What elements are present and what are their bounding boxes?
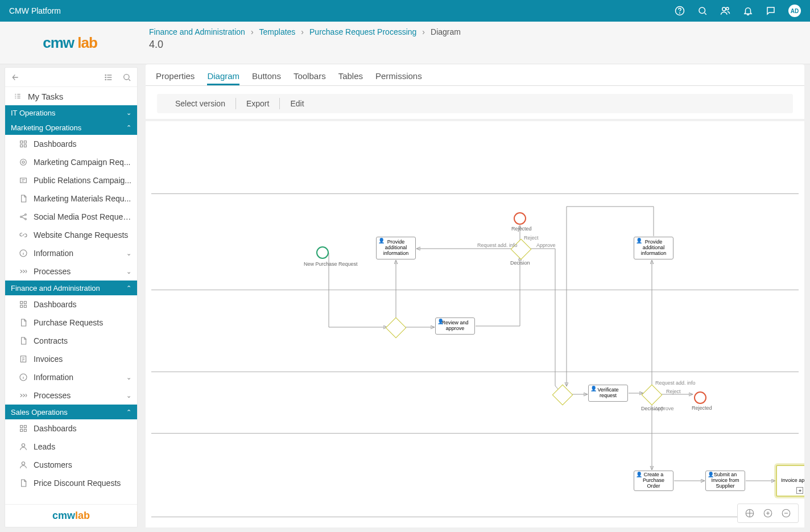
nav-item-leads[interactable]: Leads: [5, 438, 137, 456]
nav-item-website-change-requests[interactable]: Website Change Requests: [5, 226, 137, 244]
task-label: Create a Purchase Order: [638, 472, 670, 489]
nav-section-sales-operations[interactable]: Sales Operations⌃: [5, 405, 137, 419]
svg-rect-11: [20, 145, 23, 147]
doc-icon: [19, 336, 28, 345]
user-task-icon: 👤: [636, 238, 642, 244]
user-task-icon: 👤: [437, 319, 444, 325]
breadcrumb-item[interactable]: Finance and Administration: [149, 27, 245, 36]
nav-item-label: Contracts: [34, 336, 68, 345]
task-node[interactable]: 👤Review and approve: [435, 317, 475, 335]
nav-item-processes[interactable]: Processes⌄: [5, 262, 137, 281]
tab-tables[interactable]: Tables: [338, 71, 363, 85]
tab-toolbars[interactable]: Toolbars: [294, 71, 326, 85]
svg-rect-15: [20, 178, 27, 183]
tab-properties[interactable]: Properties: [156, 71, 195, 85]
user-icon: [19, 460, 28, 469]
gateway[interactable]: [642, 385, 663, 406]
diagram-toolbar: Select version Export Edit: [157, 94, 793, 113]
tab-bar: PropertiesDiagramButtonsToolbarsTablesPe…: [146, 64, 804, 86]
svg-point-30: [22, 444, 24, 447]
nav-item-information[interactable]: Information⌄: [5, 368, 137, 386]
svg-point-5: [105, 75, 106, 75]
nav-item-processes[interactable]: Processes⌄: [5, 386, 137, 405]
users-icon[interactable]: [720, 6, 730, 16]
fit-icon[interactable]: [745, 508, 755, 518]
task-node[interactable]: 👤Create a Purchase Order: [634, 471, 673, 491]
task-node[interactable]: 👤Submit an Invoice from Supplier: [705, 471, 745, 491]
nav-item-information[interactable]: Information⌄: [5, 244, 137, 262]
svg-point-14: [22, 161, 24, 163]
nav-item-label: Purchase Requests: [34, 318, 103, 327]
task-label: Verificate request: [592, 387, 624, 399]
list-icon[interactable]: [104, 73, 113, 82]
nav-item-social-media-post-requests[interactable]: Social Media Post Requests: [5, 208, 137, 226]
collapse-icon[interactable]: [11, 73, 20, 82]
edge-label: Request add. info: [477, 242, 518, 248]
zoom-in-icon[interactable]: [763, 508, 773, 518]
nav-item-purchase-requests[interactable]: Purchase Requests: [5, 314, 137, 332]
zoom-controls: [737, 504, 799, 523]
breadcrumb-item[interactable]: Templates: [259, 27, 296, 36]
header: cmw lab Finance and Administration› Temp…: [0, 22, 810, 64]
end-event[interactable]: [514, 212, 526, 225]
nav-item-price-discount-requests[interactable]: Price Discount Requests: [5, 474, 137, 492]
nav-item-marketing-materials-requ-[interactable]: Marketing Materials Requ...: [5, 189, 137, 208]
chevron-up-icon: ⌃: [126, 409, 131, 416]
sidebar-search-icon[interactable]: [122, 73, 131, 82]
svg-rect-12: [24, 145, 26, 147]
nav-item-marketing-campaign-req-[interactable]: Marketing Campaign Req...: [5, 153, 137, 171]
edit-button[interactable]: Edit: [280, 99, 314, 108]
svg-rect-22: [20, 305, 23, 307]
nav-section-marketing-operations[interactable]: Marketing Operations⌃: [5, 120, 137, 135]
gateway[interactable]: [552, 385, 573, 406]
nav-section-finance-and-administration[interactable]: Finance and Administration⌃: [5, 281, 137, 295]
nav-item-invoices[interactable]: Invoices: [5, 350, 137, 368]
task-node[interactable]: 👤Provide additional information: [376, 237, 416, 259]
info-icon: [19, 249, 28, 258]
svg-rect-9: [20, 141, 23, 143]
task-node[interactable]: 👤Verificate request: [588, 385, 628, 402]
task-label: Provide additional information: [638, 240, 670, 257]
start-event-label: New Purchase Request: [304, 261, 358, 267]
logo[interactable]: cmw lab: [0, 22, 140, 64]
svg-point-6: [105, 77, 106, 77]
diagram-canvas[interactable]: New Purchase RequestRejectedRejectedDeci…: [146, 121, 804, 527]
nav-item-public-relations-campaig-[interactable]: Public Relations Campaig...: [5, 171, 137, 189]
tab-buttons[interactable]: Buttons: [252, 71, 281, 85]
svg-point-18: [25, 218, 27, 220]
task-node[interactable]: 👤Provide additional information: [634, 237, 673, 259]
nav-section-it-operations[interactable]: IT Operations⌄: [5, 105, 137, 120]
nav-item-customers[interactable]: Customers: [5, 456, 137, 474]
chevron-down-icon: ⌄: [126, 374, 131, 381]
task-node[interactable]: Invoice approval＋: [776, 465, 804, 497]
gateway[interactable]: [386, 317, 407, 339]
svg-rect-27: [24, 426, 26, 428]
chat-icon[interactable]: [766, 6, 776, 16]
bell-icon[interactable]: [743, 6, 753, 16]
start-event[interactable]: [316, 246, 329, 259]
svg-rect-28: [20, 429, 23, 431]
tab-permissions[interactable]: Permissions: [375, 71, 422, 85]
target-icon: [19, 158, 28, 167]
nav-item-contracts[interactable]: Contracts: [5, 332, 137, 350]
end-event[interactable]: [694, 391, 706, 404]
search-icon[interactable]: [697, 6, 708, 16]
nav-mytasks[interactable]: My Tasks: [5, 87, 137, 105]
avatar[interactable]: AD: [788, 5, 801, 17]
task-label: Provide additional information: [380, 240, 412, 257]
nav-item-dashboards[interactable]: Dashboards: [5, 295, 137, 314]
nav-item-dashboards[interactable]: Dashboards: [5, 419, 137, 438]
help-icon[interactable]: [675, 6, 685, 16]
tab-diagram[interactable]: Diagram: [207, 71, 239, 85]
tasks-icon: [13, 92, 22, 101]
version-label: 4.0: [149, 39, 801, 51]
nav-item-label: Customers: [34, 460, 72, 469]
svg-point-13: [20, 159, 27, 166]
breadcrumb-item[interactable]: Purchase Request Processing: [309, 27, 416, 36]
zoom-out-icon[interactable]: [781, 508, 791, 518]
select-version-button[interactable]: Select version: [165, 99, 235, 108]
svg-point-7: [105, 79, 106, 80]
nav-item-dashboards[interactable]: Dashboards: [5, 135, 137, 153]
export-button[interactable]: Export: [236, 99, 279, 108]
nav-item-label: Dashboards: [34, 424, 77, 433]
